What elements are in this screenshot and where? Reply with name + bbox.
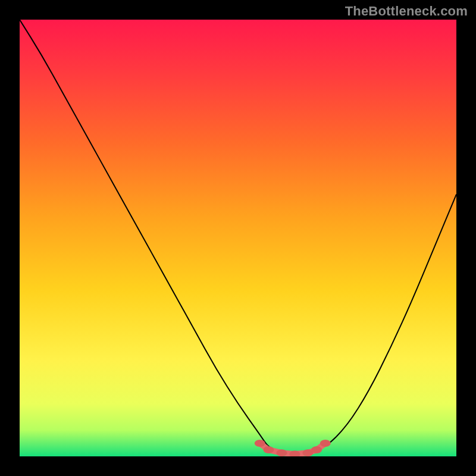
flat-segment-marker <box>263 446 274 453</box>
flat-segment-marker <box>255 440 265 447</box>
watermark-text: TheBottleneck.com <box>345 4 468 19</box>
flat-segment-marker <box>276 449 287 456</box>
flat-segment-marker <box>320 440 331 447</box>
plot-area <box>20 20 456 456</box>
gradient-background <box>20 20 456 456</box>
flat-segment-marker <box>311 446 322 453</box>
chart-frame: TheBottleneck.com <box>0 0 476 476</box>
bottleneck-chart <box>20 20 456 456</box>
